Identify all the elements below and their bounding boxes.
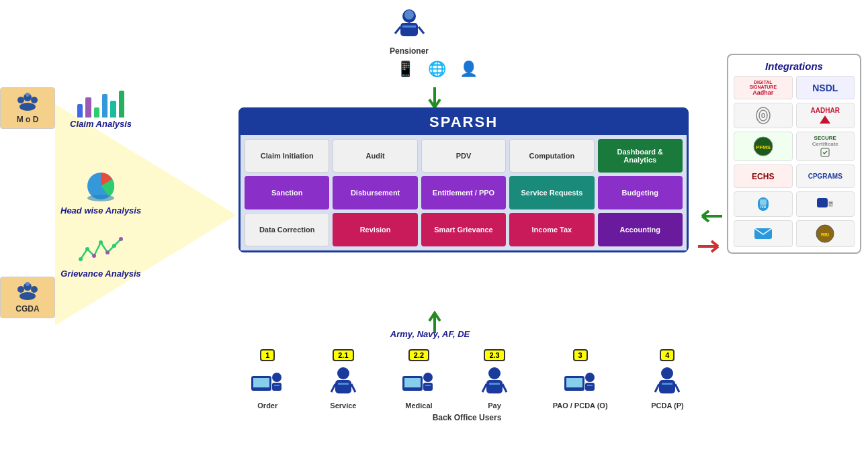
svg-point-0 — [17, 97, 24, 103]
int-cpgrams: CPGRAMS — [796, 164, 855, 188]
svg-point-3 — [19, 103, 36, 111]
svg-point-56 — [759, 110, 767, 121]
int-email — [734, 220, 793, 247]
svg-rect-67 — [829, 203, 832, 204]
cell-revision[interactable]: Revision — [333, 213, 417, 246]
service-user-icon — [329, 364, 358, 399]
svg-line-54 — [675, 384, 679, 392]
svg-point-2 — [31, 97, 38, 103]
svg-point-9 — [26, 282, 30, 286]
order-badge: 1 — [260, 349, 275, 361]
email-icon — [753, 226, 773, 242]
int-pfms: PFMS — [734, 132, 793, 161]
sms-icon — [816, 197, 834, 211]
aadhar-icon — [818, 114, 832, 125]
bar-chart-icon — [77, 87, 124, 117]
user-pcda-p: 4 PCDA (P) — [651, 349, 683, 410]
cell-sanction[interactable]: Sanction — [245, 176, 329, 209]
integration-arrow-left — [697, 208, 724, 228]
user-order: 1 Order — [250, 349, 285, 410]
cell-smart-grievance[interactable]: Smart Grievance — [421, 213, 506, 246]
cell-audit[interactable]: Audit — [333, 139, 417, 173]
left-panel: M o D CGDA — [0, 87, 55, 318]
svg-rect-28 — [272, 383, 281, 391]
int-aadhar2: AADHAR — [796, 103, 855, 128]
svg-line-43 — [482, 384, 486, 392]
main-container: M o D CGDA Claim Analysis — [0, 0, 868, 470]
pao-pcda-badge: 3 — [573, 349, 588, 361]
svg-rect-49 — [587, 385, 593, 386]
sparsh-title: SPARSH — [241, 109, 687, 135]
svg-rect-36 — [404, 378, 421, 387]
svg-point-18 — [119, 237, 123, 241]
svg-text:PFMS: PFMS — [756, 144, 771, 150]
svg-point-57 — [762, 113, 765, 117]
cell-data-correction[interactable]: Data Correction — [245, 213, 329, 246]
svg-point-27 — [272, 373, 281, 382]
pensioner-icon — [391, 7, 428, 44]
int-rbi: RBI — [796, 220, 855, 247]
svg-rect-51 — [659, 380, 675, 393]
ivr-icon: IVR — [754, 195, 773, 214]
svg-rect-32 — [338, 383, 349, 385]
svg-point-7 — [31, 286, 38, 293]
army-text: Army, Navy, AF, DE — [373, 329, 487, 339]
int-echs: ECHS — [734, 164, 793, 188]
int-nsdl: NSDL — [796, 76, 855, 99]
medical-user-icon — [401, 364, 436, 399]
pfms-icon: PFMS — [752, 136, 774, 157]
cell-claim-initiation[interactable]: Claim Initiation — [245, 139, 329, 173]
user-pao-pcda: 3 PAO / PCDA (O) — [553, 349, 608, 410]
svg-point-17 — [112, 244, 116, 248]
analysis-area: Claim Analysis Head wise Analysis — [60, 87, 141, 287]
cell-entitlement-ppo[interactable]: Entitlement / PPO — [421, 176, 506, 209]
svg-line-22 — [395, 27, 400, 34]
cell-income-tax[interactable]: Income Tax — [509, 213, 594, 246]
back-office-title: Back Office Users — [228, 413, 705, 422]
claim-analysis-item: Claim Analysis — [60, 87, 141, 129]
user-medical: 2.2 Medical — [401, 349, 436, 410]
service-label: Service — [330, 402, 356, 410]
service-badge: 2.1 — [333, 349, 353, 361]
svg-point-13 — [85, 247, 89, 251]
head-analysis-item: Head wise Analysis — [60, 166, 141, 216]
svg-point-47 — [585, 373, 595, 382]
svg-point-4 — [26, 93, 30, 97]
svg-point-50 — [661, 367, 673, 379]
svg-rect-42 — [489, 383, 500, 385]
cell-budgeting[interactable]: Budgeting — [598, 176, 683, 209]
svg-rect-48 — [585, 383, 595, 391]
svg-point-5 — [17, 286, 24, 293]
cell-computation[interactable]: Computation — [509, 139, 594, 173]
pay-label: Pay — [488, 402, 501, 410]
pcda-p-badge: 4 — [660, 349, 675, 361]
svg-text:IVR: IVR — [761, 205, 767, 209]
pcda-p-user-icon — [652, 364, 682, 399]
channels-area: 📱 🌐 👤 — [396, 60, 478, 78]
cell-dashboard-analytics[interactable]: Dashboard & Analytics — [598, 139, 683, 173]
pensioner-label: Pensioner — [390, 46, 429, 56]
head-analysis-label: Head wise Analysis — [60, 205, 141, 216]
mod-label: M o D — [17, 115, 39, 124]
pay-user-icon — [480, 364, 509, 399]
pao-pcda-user-icon — [563, 364, 598, 399]
svg-point-37 — [423, 373, 433, 382]
back-office-area: 1 Order 2.1 Ser — [228, 349, 705, 422]
svg-rect-39 — [425, 385, 431, 386]
svg-rect-52 — [662, 383, 672, 385]
svg-rect-62 — [760, 199, 767, 205]
cell-accounting[interactable]: Accounting — [598, 213, 683, 246]
svg-rect-26 — [253, 378, 269, 387]
cell-service-requests[interactable]: Service Requests — [509, 176, 594, 209]
order-user-icon — [250, 364, 285, 399]
svg-rect-31 — [335, 380, 351, 393]
grievance-analysis-item: Grievance Analysis — [60, 236, 141, 279]
grievance-analysis-label: Grievance Analysis — [60, 269, 141, 279]
user-pay: 2.3 Pay — [480, 349, 509, 410]
cell-disbursement[interactable]: Disbursement — [333, 176, 417, 209]
int-ivr: IVR — [734, 191, 793, 217]
svg-point-14 — [92, 254, 96, 258]
svg-rect-66 — [829, 202, 832, 203]
pie-chart-icon — [83, 166, 120, 203]
cell-pdv[interactable]: PDV — [421, 139, 506, 173]
